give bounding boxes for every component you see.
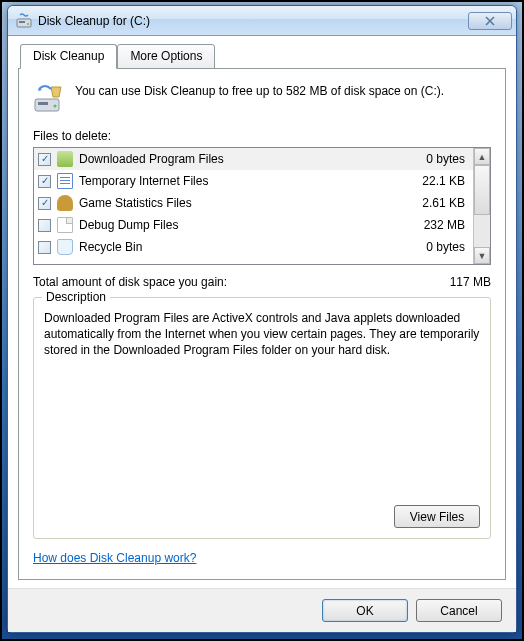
- ok-button[interactable]: OK: [322, 599, 408, 622]
- file-size: 232 MB: [409, 218, 469, 232]
- svg-rect-4: [38, 102, 48, 105]
- file-size: 22.1 KB: [409, 174, 469, 188]
- file-row[interactable]: Debug Dump Files 232 MB: [34, 214, 473, 236]
- file-row[interactable]: ✓ Downloaded Program Files 0 bytes: [34, 148, 473, 170]
- checkbox[interactable]: [38, 219, 51, 232]
- view-files-button[interactable]: View Files: [394, 505, 480, 528]
- description-group: Description Downloaded Program Files are…: [33, 297, 491, 539]
- intro-row: You can use Disk Cleanup to free up to 5…: [33, 83, 491, 115]
- close-button[interactable]: [468, 12, 512, 30]
- file-name: Debug Dump Files: [79, 218, 403, 232]
- file-row[interactable]: Recycle Bin 0 bytes: [34, 236, 473, 258]
- document-icon: [57, 173, 73, 189]
- disk-cleanup-icon: [16, 13, 32, 29]
- file-name: Game Statistics Files: [79, 196, 403, 210]
- chess-icon: [57, 195, 73, 211]
- total-row: Total amount of disk space you gain: 117…: [33, 275, 491, 289]
- total-label: Total amount of disk space you gain:: [33, 275, 450, 289]
- file-size: 0 bytes: [409, 240, 469, 254]
- checkbox[interactable]: ✓: [38, 153, 51, 166]
- recycle-bin-icon: [57, 239, 73, 255]
- window-title: Disk Cleanup for (C:): [38, 14, 150, 28]
- file-row[interactable]: ✓ Game Statistics Files 2.61 KB: [34, 192, 473, 214]
- checkbox[interactable]: ✓: [38, 197, 51, 210]
- svg-point-5: [54, 105, 57, 108]
- scrollbar[interactable]: ▲ ▼: [473, 148, 490, 264]
- cancel-button[interactable]: Cancel: [416, 599, 502, 622]
- description-actions: View Files: [44, 505, 480, 528]
- scroll-thumb[interactable]: [474, 165, 490, 215]
- description-text: Downloaded Program Files are ActiveX con…: [44, 310, 480, 497]
- svg-rect-1: [19, 21, 25, 23]
- help-link[interactable]: How does Disk Cleanup work?: [33, 551, 491, 565]
- intro-text: You can use Disk Cleanup to free up to 5…: [75, 83, 444, 115]
- file-list-rows: ✓ Downloaded Program Files 0 bytes ✓ Tem…: [34, 148, 473, 264]
- scroll-up-button[interactable]: ▲: [474, 148, 490, 165]
- file-list: ✓ Downloaded Program Files 0 bytes ✓ Tem…: [33, 147, 491, 265]
- tab-panel-cleanup: You can use Disk Cleanup to free up to 5…: [18, 68, 506, 580]
- blank-file-icon: [57, 217, 73, 233]
- cleanup-large-icon: [33, 83, 65, 115]
- description-title: Description: [42, 290, 110, 304]
- dialog-window: Disk Cleanup for (C:) Disk Cleanup More …: [7, 5, 517, 633]
- close-icon: [485, 16, 495, 26]
- button-bar: OK Cancel: [8, 588, 516, 632]
- tab-disk-cleanup[interactable]: Disk Cleanup: [20, 44, 117, 69]
- file-row[interactable]: ✓ Temporary Internet Files 22.1 KB: [34, 170, 473, 192]
- tab-more-options[interactable]: More Options: [117, 44, 215, 69]
- file-size: 2.61 KB: [409, 196, 469, 210]
- folder-icon: [57, 151, 73, 167]
- file-name: Temporary Internet Files: [79, 174, 403, 188]
- scroll-down-button[interactable]: ▼: [474, 247, 490, 264]
- titlebar: Disk Cleanup for (C:): [8, 6, 516, 36]
- svg-point-2: [27, 23, 29, 25]
- file-name: Recycle Bin: [79, 240, 403, 254]
- checkbox[interactable]: ✓: [38, 175, 51, 188]
- content-area: Disk Cleanup More Options You can use Di…: [8, 36, 516, 588]
- file-size: 0 bytes: [409, 152, 469, 166]
- total-value: 117 MB: [450, 275, 491, 289]
- scroll-track[interactable]: [474, 215, 490, 247]
- tab-strip: Disk Cleanup More Options: [18, 44, 506, 69]
- checkbox[interactable]: [38, 241, 51, 254]
- files-label: Files to delete:: [33, 129, 491, 143]
- file-name: Downloaded Program Files: [79, 152, 403, 166]
